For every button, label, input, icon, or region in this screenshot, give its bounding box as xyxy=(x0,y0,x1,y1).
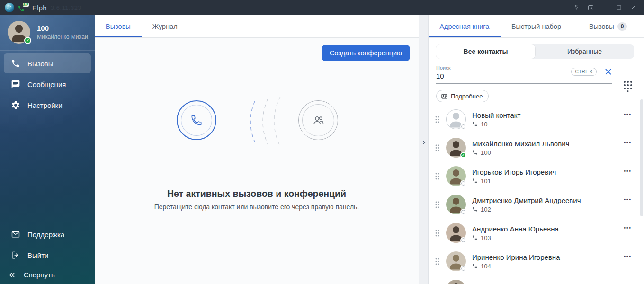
status-badge xyxy=(460,266,466,272)
drag-handle-icon[interactable] xyxy=(435,144,440,151)
clear-search-button[interactable] xyxy=(604,67,613,78)
user-profile[interactable]: ✓ 100 Михайленко Михаи… xyxy=(0,15,95,50)
contact-row[interactable]: Новый контакт 10 ••• xyxy=(429,105,644,133)
titlebar: SIP Elph 3.6.11.323 xyxy=(0,0,644,15)
more-options-button[interactable]: ••• xyxy=(624,112,632,117)
close-button[interactable] xyxy=(626,0,640,15)
calls-empty-state: Создать конференцию Нет активных xyxy=(95,38,419,284)
sidebar-item-label: Сообщения xyxy=(27,80,66,89)
contact-row[interactable]: Дмитриенко Дмитрий Андреевич 102 ••• xyxy=(429,190,644,219)
keyboard-shortcut-badge: CTRL K xyxy=(571,68,597,76)
status-badge xyxy=(460,180,466,186)
sidebar-item-support[interactable]: Поддержка xyxy=(4,224,91,244)
calls-count-badge: 0 xyxy=(617,22,627,31)
more-options-button[interactable]: ••• xyxy=(624,140,632,145)
pin-window-button[interactable] xyxy=(569,0,583,15)
create-conference-button[interactable]: Создать конференцию xyxy=(322,45,410,61)
contact-list: Новый контакт 10 ••• ✓ Михайленко Михаил… xyxy=(429,105,644,284)
contact-row[interactable]: Андриенко Анна Юрьевна 103 ••• xyxy=(429,219,644,247)
contact-avatar xyxy=(446,195,466,214)
sidebar-item-label: Выйти xyxy=(27,251,48,259)
contact-number: 10 xyxy=(481,121,487,128)
tab-address-book[interactable]: Адресная книга xyxy=(429,15,501,37)
more-options-button[interactable]: ••• xyxy=(624,197,632,202)
collapse-sidebar-button[interactable]: Свернуть xyxy=(0,266,95,283)
contact-avatar xyxy=(446,280,466,284)
status-badge xyxy=(460,237,466,243)
more-options-button[interactable]: ••• xyxy=(624,169,632,174)
drag-handle-icon[interactable] xyxy=(435,116,440,123)
app-title: Elph xyxy=(32,4,47,12)
dialpad-button[interactable] xyxy=(622,80,634,94)
contact-number: 103 xyxy=(481,234,491,241)
phone-outline-icon xyxy=(190,114,203,126)
drag-handle-icon[interactable] xyxy=(435,258,440,265)
tab-calls[interactable]: Вызовы xyxy=(95,15,142,37)
maximize-button[interactable] xyxy=(612,0,626,15)
details-button[interactable]: Подробнее xyxy=(436,90,489,102)
phone-icon xyxy=(10,58,21,69)
sidebar-item-calls[interactable]: Вызовы xyxy=(4,53,91,73)
scrollbar-thumb[interactable] xyxy=(640,99,643,216)
contact-name: Михайленко Михаил Львович xyxy=(472,140,624,148)
sip-phone-icon: SIP xyxy=(18,3,28,12)
sidebar-item-settings[interactable]: Настройки xyxy=(4,95,91,115)
contact-row[interactable]: Ириненко Ирина Игоревна 104 ••• xyxy=(429,247,644,275)
people-outline-icon xyxy=(312,114,325,127)
user-status-badge: ✓ xyxy=(24,37,31,44)
empty-state-title: Нет активных вызовов и конференций xyxy=(95,188,419,199)
popout-window-button[interactable] xyxy=(583,0,598,15)
chat-icon xyxy=(10,79,21,89)
contact-name: Новый контакт xyxy=(472,111,624,119)
segment-favorites[interactable]: Избранные xyxy=(535,44,634,59)
contact-row[interactable]: Игорьков Игорь Игоревич 101 ••• xyxy=(429,162,644,190)
phone-icon xyxy=(472,263,478,269)
status-badge: ✓ xyxy=(460,152,466,158)
tab-journal[interactable]: Журнал xyxy=(142,15,188,37)
contact-number: 100 xyxy=(481,149,491,156)
collapse-right-panel-button[interactable] xyxy=(419,15,429,284)
drag-handle-icon[interactable] xyxy=(435,201,440,208)
signal-waves-graphic xyxy=(237,96,289,148)
contact-row[interactable]: Петренко Пётр Петрович ••• xyxy=(429,275,644,284)
phone-icon xyxy=(472,206,478,212)
collapse-label: Свернуть xyxy=(24,271,55,279)
drag-handle-icon[interactable] xyxy=(435,230,440,237)
more-options-button[interactable]: ••• xyxy=(624,225,632,231)
main-tabs: Вызовы Журнал xyxy=(95,15,419,38)
status-badge xyxy=(460,124,466,130)
contact-number: 102 xyxy=(481,206,491,213)
right-panel: Адресная книга Быстрый набор Вызовы 0 Вс… xyxy=(429,15,644,284)
contact-card-icon xyxy=(441,93,448,100)
dialpad-icon xyxy=(622,80,634,92)
more-options-button[interactable]: ••• xyxy=(624,282,632,284)
sidebar-item-label: Поддержка xyxy=(27,231,64,239)
minimize-button[interactable] xyxy=(598,0,612,15)
tab-speed-dial[interactable]: Быстрый набор xyxy=(501,15,572,37)
contact-avatar xyxy=(446,251,466,271)
contact-name: Игорьков Игорь Игоревич xyxy=(472,168,624,176)
right-panel-tabs: Адресная книга Быстрый набор Вызовы 0 xyxy=(429,15,644,38)
search-input[interactable]: Поиск 10 CTRL K xyxy=(436,65,612,84)
sidebar-item-logout[interactable]: Выйти xyxy=(4,245,91,265)
tab-calls-right[interactable]: Вызовы 0 xyxy=(572,15,644,37)
empty-state-subtitle: Перетащите сюда контакт или вызовите его… xyxy=(95,203,419,211)
phone-icon xyxy=(472,178,478,184)
status-badge xyxy=(460,209,466,215)
more-options-button[interactable]: ••• xyxy=(624,254,632,259)
phone-icon xyxy=(472,121,478,127)
contact-number: 101 xyxy=(481,178,491,185)
chevron-right-icon xyxy=(421,140,427,145)
drag-handle-icon[interactable] xyxy=(435,173,440,180)
sidebar-item-messages[interactable]: Сообщения xyxy=(4,74,91,94)
app-version: 3.6.11.323 xyxy=(51,4,81,11)
sidebar-item-label: Настройки xyxy=(27,101,63,109)
logout-icon xyxy=(10,250,21,260)
conference-circle-graphic xyxy=(298,100,338,140)
gear-icon xyxy=(10,100,21,110)
contact-name: Дмитриенко Дмитрий Андреевич xyxy=(472,196,624,204)
segment-all-contacts[interactable]: Все контакты xyxy=(436,44,535,59)
contact-row[interactable]: ✓ Михайленко Михаил Львович 100 ••• xyxy=(429,133,644,162)
phone-circle-graphic xyxy=(177,100,216,140)
sidebar: ✓ 100 Михайленко Михаи… Вызовы xyxy=(0,15,95,284)
